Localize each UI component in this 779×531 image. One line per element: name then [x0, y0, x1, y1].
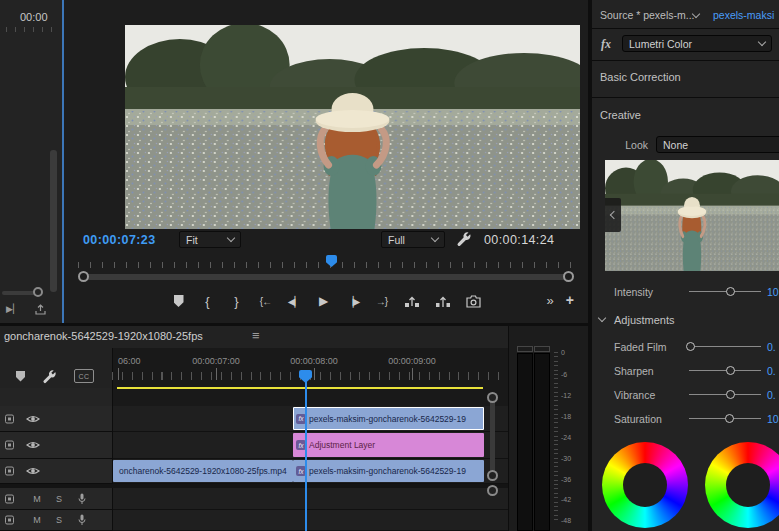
slider-knob[interactable] [726, 366, 735, 375]
timeline-vertical-scrollbar[interactable] [490, 396, 495, 476]
extract-button[interactable] [435, 292, 451, 310]
scrollbar-handle-icon[interactable] [487, 470, 498, 481]
clip-v3[interactable]: fx pexels-maksim-goncharenok-5642529-19 [293, 407, 484, 430]
scrollbar-handle-icon[interactable] [487, 392, 498, 403]
lift-button[interactable] [404, 292, 420, 310]
slider-track[interactable] [689, 370, 761, 371]
track-lock-icon[interactable] [5, 441, 14, 450]
track-v1[interactable]: oncharenok-5642529-1920x1080-25fps.mp4 f… [113, 459, 508, 484]
active-clip-name[interactable]: pexels-maksi [713, 9, 774, 21]
zoom-level-select[interactable]: Fit [179, 231, 241, 248]
look-select[interactable]: None [656, 136, 779, 153]
source-clip-selector[interactable]: Source * pexels-m... [600, 9, 695, 21]
track-a1[interactable] [113, 488, 508, 510]
zoom-scrollbar-track[interactable] [82, 274, 570, 280]
mark-in-button[interactable]: { [201, 292, 215, 310]
marker-icon [174, 295, 184, 307]
shadow-tint-color-wheel[interactable] [602, 442, 688, 528]
left-panel-horizontal-scrollbar[interactable] [2, 291, 36, 295]
solo-button[interactable]: S [54, 494, 64, 504]
add-marker-button[interactable] [172, 292, 186, 310]
zoom-level-value: Fit [186, 234, 198, 246]
left-panel-ruler-ticks [6, 27, 58, 32]
mute-button[interactable]: M [32, 494, 42, 504]
slider-knob[interactable] [686, 342, 695, 351]
export-frame-icon[interactable] [34, 304, 47, 316]
previous-look-button[interactable] [605, 198, 621, 232]
sequence-tab[interactable]: goncharenok-5642529-1920x1080-25fps [4, 330, 203, 342]
track-v2[interactable]: fx Adjustment Layer [113, 432, 508, 459]
highlight-tint-color-wheel[interactable] [705, 442, 779, 528]
monitor-zoom-scrollbar[interactable] [78, 271, 574, 283]
slider-value[interactable]: 0. [767, 389, 776, 401]
solo-button[interactable]: S [54, 515, 64, 525]
clip-adjustment-layer[interactable]: fx Adjustment Layer [293, 433, 484, 457]
go-to-out-button[interactable]: →} [375, 292, 389, 310]
slider-knob[interactable] [726, 287, 735, 296]
toggle-track-output-icon[interactable] [26, 466, 40, 476]
play-button[interactable]: ▶ [317, 292, 331, 310]
scrollbar-handle-icon[interactable] [487, 485, 498, 496]
track-v3[interactable]: fx pexels-maksim-goncharenok-5642529-19 [113, 406, 508, 432]
monitor-settings-button[interactable] [456, 231, 474, 249]
effect-select[interactable]: Lumetri Color [622, 35, 772, 52]
zoom-handle-right-icon[interactable] [563, 271, 574, 282]
slider-track[interactable] [689, 394, 761, 395]
divider [592, 60, 779, 61]
play-in-to-out-button[interactable]: ▶▏ [6, 304, 20, 316]
captions-button[interactable]: CC [74, 369, 94, 383]
slider-value[interactable]: 10 [767, 286, 779, 298]
chevron-left-icon [610, 211, 618, 219]
zoom-handle-left-icon[interactable] [78, 271, 89, 282]
track-a2[interactable] [113, 510, 508, 531]
slider-track[interactable] [689, 346, 761, 347]
voiceover-record-icon[interactable] [78, 514, 86, 526]
step-back-button[interactable]: ◀▏ [288, 292, 302, 310]
export-frame-button[interactable] [466, 292, 481, 310]
look-label: Look [614, 139, 648, 151]
monitor-timeline-ruler[interactable] [78, 254, 574, 268]
current-timecode[interactable]: 00:00:07:23 [83, 233, 156, 247]
meter-peak-indicator [517, 346, 533, 352]
voiceover-record-icon[interactable] [78, 493, 86, 505]
section-basic-correction[interactable]: Basic Correction [600, 71, 681, 83]
chevron-down-icon[interactable] [598, 314, 606, 322]
panel-menu-icon[interactable]: ≡ [252, 328, 260, 343]
render-bar [117, 387, 483, 389]
playhead[interactable] [305, 370, 307, 531]
slider-knob[interactable] [726, 390, 735, 399]
go-to-in-button[interactable]: {← [259, 292, 273, 310]
section-creative[interactable]: Creative [600, 109, 641, 121]
timeline-ruler[interactable]: 06:00 00:00:07:00 00:00:08:00 00:00:09:0… [112, 350, 508, 386]
slider-value[interactable]: 10 [767, 413, 779, 425]
meter-scale-label: -18 [561, 413, 571, 420]
scrollbar-handle-icon[interactable] [33, 287, 43, 297]
slider-track[interactable] [689, 291, 761, 292]
left-panel-vertical-scrollbar[interactable] [50, 150, 57, 292]
section-adjustments[interactable]: Adjustments [614, 314, 675, 326]
clip-v1-right[interactable]: fx pexels-maksim-goncharenok-5642529-19 [293, 460, 484, 482]
look-preview-thumbnail [605, 160, 779, 271]
track-lock-icon[interactable] [5, 467, 14, 476]
mark-out-button[interactable]: } [230, 292, 244, 310]
step-forward-button[interactable]: ▕▶ [346, 292, 360, 310]
slider-value[interactable]: 0. [767, 341, 776, 353]
track-lock-icon[interactable] [5, 414, 14, 423]
ruler-label: 00:00:08:00 [290, 356, 338, 366]
button-editor-add-button[interactable]: + [566, 292, 574, 308]
toggle-track-output-icon[interactable] [26, 414, 40, 424]
clip-v1-left[interactable]: oncharenok-5642529-1920x1080-25fps.mp4 [113, 460, 293, 482]
playback-resolution-select[interactable]: Full [381, 231, 445, 248]
add-marker-button[interactable] [16, 371, 25, 382]
chevron-down-icon [227, 234, 235, 242]
mute-button[interactable]: M [32, 515, 42, 525]
track-lock-icon[interactable] [5, 516, 14, 525]
toggle-track-output-icon[interactable] [26, 440, 40, 450]
slider-track[interactable] [689, 418, 761, 419]
timeline-settings-button[interactable] [42, 369, 57, 384]
clip-label: Adjustment Layer [309, 440, 375, 450]
slider-value[interactable]: 0. [767, 365, 776, 377]
button-overflow-chevrons[interactable]: » [547, 293, 554, 308]
slider-knob[interactable] [725, 414, 734, 423]
track-lock-icon[interactable] [5, 494, 14, 503]
